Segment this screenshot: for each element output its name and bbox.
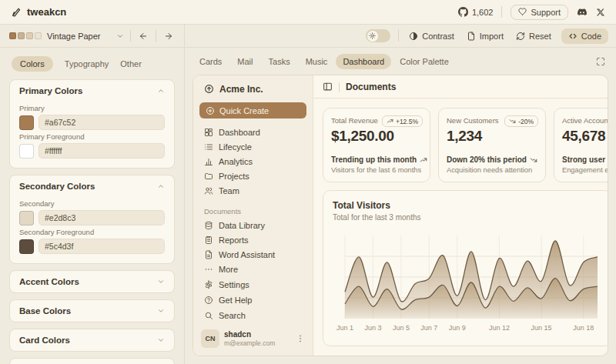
section-header-accent[interactable]: Accent Colors	[10, 271, 174, 292]
clipboard-icon	[204, 235, 213, 245]
color-input-secondary[interactable]	[38, 210, 165, 225]
svg-text:Jun 5: Jun 5	[393, 324, 410, 332]
tab-color-palette[interactable]: Color Palette	[393, 54, 456, 69]
quick-create-button[interactable]: Quick Create	[199, 102, 306, 119]
color-field-row	[19, 143, 165, 159]
color-input-secondary-foreground[interactable]	[38, 239, 165, 254]
section-header-popover[interactable]: Popover Colors	[10, 359, 174, 364]
sidebar-group-label: Documents	[204, 207, 302, 215]
discord-icon	[577, 7, 588, 18]
sidebar-item-label: Lifecycle	[219, 142, 252, 152]
arrow-left-icon	[139, 32, 148, 41]
arrow-right-icon	[164, 32, 173, 41]
import-button[interactable]: Import	[464, 30, 506, 42]
sidebar-item-label: Word Assistant	[219, 250, 275, 259]
tab-typography[interactable]: Typography	[65, 59, 109, 68]
section-card-colors: Card Colors	[9, 329, 175, 352]
color-swatch-primary[interactable]	[19, 115, 34, 130]
theme-select[interactable]: Vintage Paper	[9, 32, 124, 41]
sidebar-item-label: Get Help	[219, 296, 252, 305]
heart-icon	[518, 8, 527, 16]
chevron-down-icon	[116, 32, 124, 40]
sidebar-item-label: Reports	[219, 235, 249, 245]
sidebar-item-search[interactable]: Search	[199, 308, 306, 323]
color-input-primary[interactable]	[38, 115, 165, 130]
sidebar-item-label: More	[219, 265, 238, 274]
color-field-row	[19, 239, 165, 254]
sidebar-item-team[interactable]: Team	[199, 183, 306, 198]
x-twitter-button[interactable]	[596, 8, 605, 17]
badge-value: -20%	[518, 118, 534, 125]
section-body: Secondary Secondary Foreground	[10, 199, 174, 263]
sidebar-item-more[interactable]: More	[199, 262, 306, 277]
github-stars-button[interactable]: 1,602	[458, 7, 494, 17]
section-header-base[interactable]: Base Colors	[10, 300, 174, 322]
sidebar-item-dashboard[interactable]: Dashboard	[199, 125, 306, 139]
tab-music[interactable]: Music	[299, 54, 335, 69]
color-swatch-secondary[interactable]	[19, 211, 34, 225]
reset-label: Reset	[529, 32, 551, 41]
color-swatch-secondary-foreground[interactable]	[19, 239, 34, 254]
stat-subtext: Acquisition needs attention	[447, 166, 537, 174]
sidebar-item-reports[interactable]: Reports	[199, 233, 306, 248]
demo-body: Total Revenue +12.5% $1,250.00 Trending …	[313, 99, 608, 356]
tab-tasks[interactable]: Tasks	[262, 54, 297, 69]
brand[interactable]: tweakcn	[11, 6, 66, 18]
org-switcher[interactable]: Acme Inc.	[199, 82, 306, 96]
stat-subtext: Engagement exceed targets	[562, 166, 608, 174]
folder-icon	[204, 172, 213, 181]
user-name: shadcn	[224, 330, 275, 339]
sidebar-item-label: Search	[219, 311, 246, 320]
sidebar-item-data-library[interactable]: Data Library	[199, 219, 306, 233]
theme-mode-toggle[interactable]	[366, 29, 390, 42]
avatar: CN	[201, 329, 219, 348]
section-title: Primary Colors	[19, 86, 82, 95]
app-header: tweakcn 1,602 Support	[0, 0, 616, 25]
reset-button[interactable]: Reset	[514, 30, 554, 42]
user-menu[interactable]: CN shadcn m@example.com	[199, 329, 306, 348]
contrast-button[interactable]: Contrast	[407, 30, 457, 42]
users-icon	[204, 186, 213, 195]
user-email: m@example.com	[224, 339, 275, 347]
discord-button[interactable]	[577, 7, 588, 18]
plus-circle-icon	[206, 106, 215, 115]
color-input-primary-foreground[interactable]	[38, 143, 165, 159]
visitors-area-chart[interactable]: Jun 1Jun 3Jun 5Jun 7Jun 9Jun 12Jun 15Jun…	[333, 228, 602, 336]
sidebar-item-label: Analytics	[219, 157, 253, 166]
sidebar-item-analytics[interactable]: Analytics	[199, 154, 306, 169]
tab-dashboard[interactable]: Dashboard	[336, 54, 391, 69]
tab-other[interactable]: Other	[120, 59, 142, 68]
demo-main: Documents Total Revenue +12.5% $1,250.00	[313, 75, 608, 356]
sidebar-toggle-button[interactable]	[323, 82, 333, 92]
sidebar-item-label: Projects	[219, 172, 249, 181]
stat-title: Active Accounts	[562, 116, 608, 125]
stat-footnote-text: Down 20% this period	[447, 155, 527, 164]
section-header-card[interactable]: Card Colors	[10, 329, 174, 351]
redo-button[interactable]	[162, 30, 175, 42]
section-popover-colors: Popover Colors	[9, 358, 175, 364]
tab-cards[interactable]: Cards	[192, 54, 229, 69]
svg-text:Jun 9: Jun 9	[449, 324, 466, 332]
user-menu-button[interactable]	[296, 334, 305, 343]
tab-colors[interactable]: Colors	[12, 56, 53, 72]
section-title: Secondary Colors	[19, 182, 95, 191]
fullscreen-button[interactable]	[593, 55, 608, 68]
section-header-primary[interactable]: Primary Colors	[10, 80, 174, 102]
sidebar-item-projects[interactable]: Projects	[199, 169, 306, 183]
tab-mail[interactable]: Mail	[230, 54, 259, 69]
sidebar-item-get-help[interactable]: Get Help	[199, 292, 306, 308]
stat-subtext: Visitors for the last 6 months	[331, 166, 422, 174]
code-button[interactable]: Code	[561, 28, 608, 44]
section-header-secondary[interactable]: Secondary Colors	[10, 175, 174, 197]
org-name: Acme Inc.	[219, 84, 263, 95]
undo-button[interactable]	[137, 30, 149, 42]
svg-text:Jun 15: Jun 15	[531, 324, 552, 332]
support-button[interactable]: Support	[511, 5, 568, 20]
sidebar-item-label: Team	[219, 186, 239, 195]
sidebar-item-word-assistant[interactable]: Word Assistant	[199, 248, 306, 262]
stat-footnote-text: Strong user retention	[562, 155, 608, 164]
sidebar-item-settings[interactable]: Settings	[199, 277, 306, 292]
color-swatch-primary-foreground[interactable]	[19, 144, 34, 159]
sidebar-item-lifecycle[interactable]: Lifecycle	[199, 139, 306, 154]
help-circle-icon	[204, 296, 213, 305]
